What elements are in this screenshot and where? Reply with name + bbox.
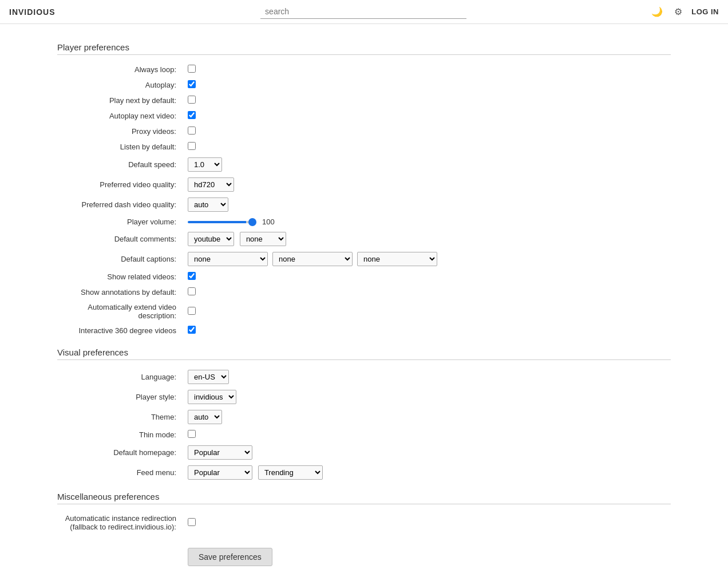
auto-redirect-row: Automaticatic instance redirection (fall… — [57, 511, 671, 534]
interactive-360-control — [183, 323, 671, 338]
autoplay-checkbox[interactable] — [188, 80, 196, 88]
default-homepage-control: Popular Trending Subscriptions Playlists… — [183, 442, 671, 463]
preferred-dash-quality-row: Preferred dash video quality: auto 144p … — [57, 195, 671, 215]
always-loop-checkbox[interactable] — [188, 65, 196, 73]
preferred-video-quality-label: Preferred video quality: — [57, 175, 183, 195]
player-style-select[interactable]: invidious youtube — [188, 390, 236, 404]
show-related-videos-label: Show related videos: — [57, 269, 183, 284]
interactive-360-row: Interactive 360 degree videos — [57, 323, 671, 338]
section-divider-player — [57, 54, 671, 55]
default-captions-row: Default captions: none en es fr de ja no… — [57, 249, 671, 269]
header: INVIDIOUS LOG IN — [0, 0, 728, 24]
auto-extend-desc-checkbox[interactable] — [188, 307, 196, 315]
show-related-videos-control — [183, 269, 671, 284]
player-preferences-table: Always loop: Autoplay: Play next by defa… — [57, 62, 671, 338]
visual-preferences-section: Visual preferences Language: en-US en-GB… — [57, 347, 671, 483]
volume-value: 100 — [262, 218, 275, 226]
main-content: Player preferences Always loop: Autoplay… — [43, 24, 685, 577]
misc-preferences-table: Automaticatic instance redirection (fall… — [57, 511, 671, 534]
default-captions-select-2[interactable]: none en es fr de ja — [272, 252, 353, 266]
header-actions: LOG IN — [649, 5, 719, 18]
settings-button[interactable] — [672, 5, 685, 18]
default-speed-control: 0.25 0.5 0.75 1.0 1.25 1.5 1.75 2.0 — [183, 155, 671, 175]
play-next-control — [183, 93, 671, 108]
default-speed-select[interactable]: 0.25 0.5 0.75 1.0 1.25 1.5 1.75 2.0 — [188, 157, 222, 172]
autoplay-next-checkbox[interactable] — [188, 111, 196, 119]
always-loop-control — [183, 62, 671, 77]
auto-redirect-checkbox[interactable] — [188, 518, 196, 526]
section-divider-visual — [57, 359, 671, 360]
autoplay-label: Autoplay: — [57, 77, 183, 93]
play-next-checkbox[interactable] — [188, 96, 196, 104]
player-preferences-section: Player preferences Always loop: Autoplay… — [57, 42, 671, 338]
moon-icon — [651, 7, 663, 17]
player-volume-label: Player volume: — [57, 215, 183, 229]
dark-mode-toggle[interactable] — [649, 5, 665, 18]
default-comments-control: youtube reddit none youtube reddit — [183, 229, 671, 249]
login-button[interactable]: LOG IN — [691, 7, 719, 16]
listen-by-default-label: Listen by default: — [57, 139, 183, 155]
theme-row: Theme: auto light dark — [57, 407, 671, 427]
feed-menu-label: Feed menu: — [57, 463, 183, 483]
default-captions-control: none en es fr de ja none en es fr — [183, 249, 671, 269]
language-select[interactable]: en-US en-GB fr de es ja ko zh — [188, 370, 229, 384]
show-related-videos-checkbox[interactable] — [188, 272, 196, 280]
default-speed-row: Default speed: 0.25 0.5 0.75 1.0 1.25 1.… — [57, 155, 671, 175]
volume-slider[interactable] — [188, 221, 256, 223]
listen-by-default-row: Listen by default: — [57, 139, 671, 155]
interactive-360-checkbox[interactable] — [188, 326, 196, 334]
proxy-videos-checkbox[interactable] — [188, 127, 196, 135]
play-next-label: Play next by default: — [57, 93, 183, 108]
misc-preferences-section: Miscellaneous preferences Automaticatic … — [57, 492, 671, 534]
visual-preferences-table: Language: en-US en-GB fr de es ja ko zh … — [57, 367, 671, 483]
proxy-videos-row: Proxy videos: — [57, 124, 671, 139]
preferred-video-quality-select[interactable]: auto hd720 medium small tiny — [188, 177, 234, 192]
show-annotations-checkbox[interactable] — [188, 287, 196, 295]
default-homepage-label: Default homepage: — [57, 442, 183, 463]
preferred-dash-quality-label: Preferred dash video quality: — [57, 195, 183, 215]
default-captions-label: Default captions: — [57, 249, 183, 269]
listen-by-default-checkbox[interactable] — [188, 142, 196, 150]
language-row: Language: en-US en-GB fr de es ja ko zh — [57, 367, 671, 387]
proxy-videos-control — [183, 124, 671, 139]
autoplay-next-control — [183, 108, 671, 124]
auto-extend-desc-label: Automatically extend video description: — [57, 300, 183, 323]
feed-menu-select-2[interactable]: Popular Trending Subscriptions Playlists… — [258, 465, 323, 480]
auto-redirect-label: Automaticatic instance redirection (fall… — [57, 511, 183, 534]
default-homepage-select[interactable]: Popular Trending Subscriptions Playlists… — [188, 445, 252, 460]
feed-menu-select-1[interactable]: Popular Trending Subscriptions Playlists… — [188, 465, 252, 480]
theme-label: Theme: — [57, 407, 183, 427]
search-bar — [78, 5, 649, 19]
visual-preferences-heading: Visual preferences — [57, 347, 671, 357]
thin-mode-checkbox[interactable] — [188, 430, 196, 438]
thin-mode-label: Thin mode: — [57, 427, 183, 442]
show-annotations-control — [183, 284, 671, 300]
player-style-control: invidious youtube — [183, 387, 671, 407]
default-captions-select-3[interactable]: none en es fr de ja — [357, 252, 437, 266]
thin-mode-control — [183, 427, 671, 442]
search-input[interactable] — [260, 5, 466, 19]
autoplay-next-label: Autoplay next video: — [57, 108, 183, 124]
default-comments-label: Default comments: — [57, 229, 183, 249]
captions-row: none en es fr de ja none en es fr — [188, 252, 666, 266]
language-control: en-US en-GB fr de es ja ko zh — [183, 367, 671, 387]
section-divider-misc — [57, 504, 671, 504]
always-loop-label: Always loop: — [57, 62, 183, 77]
autoplay-control — [183, 77, 671, 93]
default-comments-select-2[interactable]: none youtube reddit — [240, 232, 286, 246]
player-volume-row: Player volume: 100 — [57, 215, 671, 229]
default-captions-select-1[interactable]: none en es fr de ja — [188, 252, 268, 266]
auto-redirect-control — [183, 511, 671, 534]
preferred-video-quality-row: Preferred video quality: auto hd720 medi… — [57, 175, 671, 195]
default-speed-label: Default speed: — [57, 155, 183, 175]
default-comments-select-1[interactable]: youtube reddit — [188, 232, 234, 246]
feed-menu-row: Feed menu: Popular Trending Subscription… — [57, 463, 671, 483]
save-preferences-button[interactable]: Save preferences — [188, 548, 272, 566]
preferred-dash-quality-select[interactable]: auto 144p 240p 360p 480p 720p 1080p 1440… — [188, 197, 228, 212]
interactive-360-label: Interactive 360 degree videos — [57, 323, 183, 338]
player-preferences-heading: Player preferences — [57, 42, 671, 52]
default-comments-row: Default comments: youtube reddit none yo… — [57, 229, 671, 249]
theme-select[interactable]: auto light dark — [188, 410, 222, 424]
default-homepage-row: Default homepage: Popular Trending Subsc… — [57, 442, 671, 463]
proxy-videos-label: Proxy videos: — [57, 124, 183, 139]
